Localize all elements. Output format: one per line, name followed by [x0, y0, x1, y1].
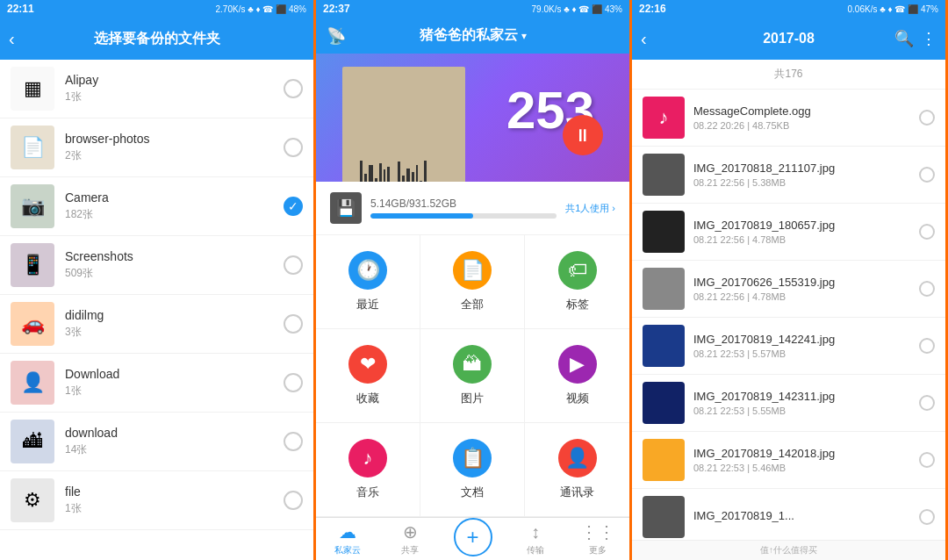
file-item[interactable]: 🚗 didilmg 3张 [0, 295, 313, 354]
file-item[interactable]: 📱 Screenshots 509张 [0, 236, 313, 295]
panel-file-backup: 22:11 2.70K/s ♣ ♦ ☎ ⬛ 48% ‹ 选择要备份的文件夹 ▦ … [0, 0, 316, 560]
browser-item[interactable]: IMG_20170819_142311.jpg 08.21 22:53 | 5.… [632, 375, 945, 432]
browser-file-meta: 08.21 22:56 | 4.78MB [693, 291, 919, 302]
menu-icon-music: ♪ [348, 439, 387, 477]
storage-users[interactable]: 共1人使用 › [565, 202, 615, 215]
browser-file-meta: 08.21 22:53 | 5.55MB [693, 406, 919, 416]
dropdown-icon[interactable]: ▾ [521, 30, 527, 42]
file-checkbox[interactable] [284, 79, 303, 98]
storage-area: 💾 5.14GB/931.52GB 共1人使用 › [316, 182, 629, 235]
status-bar-panel2: 22:37 79.0K/s ♣ ♦ ☎ ⬛ 43% [316, 0, 629, 18]
browser-radio[interactable] [919, 224, 935, 240]
file-count: 1张 [65, 90, 284, 104]
browser-file-name: MessageComplete.ogg [693, 104, 919, 118]
menu-icon-all: 📄 [453, 251, 492, 290]
file-checkbox[interactable] [284, 314, 303, 334]
browser-radio[interactable] [919, 167, 935, 183]
file-thumb: 🏙 [11, 420, 54, 463]
browser-radio[interactable] [919, 452, 935, 468]
file-info: didilmg 3张 [65, 308, 284, 340]
browser-thumb: ♪ [643, 97, 685, 139]
file-checkbox[interactable] [284, 138, 303, 157]
more-icon[interactable]: ⋮ [921, 29, 937, 48]
menu-icon-favorite: ❤ [348, 345, 387, 384]
file-info: Alipay 1张 [65, 73, 284, 104]
browser-item[interactable]: IMG_20170819_142241.jpg 08.21 22:53 | 5.… [632, 318, 945, 375]
search-icon[interactable]: 🔍 [894, 29, 914, 48]
file-checkbox[interactable]: ✓ [284, 197, 303, 216]
file-item[interactable]: 📄 browser-photos 2张 [0, 118, 313, 177]
browser-file-name: IMG_20170626_155319.jpg [693, 276, 919, 289]
back-button-panel1[interactable]: ‹ [9, 29, 15, 49]
menu-item-video[interactable]: ▶ 视频 [525, 329, 629, 423]
file-item[interactable]: ▦ Alipay 1张 [0, 60, 313, 118]
browser-item[interactable]: IMG_20170819_1... [632, 489, 945, 540]
menu-icon-doc: 📋 [453, 439, 492, 477]
browser-radio[interactable] [919, 338, 935, 354]
file-item[interactable]: 🏙 download 14张 [0, 413, 313, 471]
menu-grid: 🕐 最近 📄 全部 🏷 标签 ❤ 收藏 🏔 图片 ▶ 视频 ♪ 音乐 [316, 235, 629, 517]
storage-info: 5.14GB/931.52GB [370, 197, 557, 219]
file-checkbox[interactable] [284, 255, 303, 275]
browser-radio[interactable] [919, 395, 935, 411]
cloud-title: 猪爸爸的私家云 [420, 26, 518, 45]
browser-radio[interactable] [919, 281, 935, 297]
back-button-panel3[interactable]: ‹ [641, 29, 647, 49]
nav-add-icon[interactable]: + [454, 518, 492, 556]
file-item[interactable]: ⚙ file 1张 [0, 471, 313, 530]
browser-radio[interactable] [919, 110, 935, 126]
panel-cloud: 22:37 79.0K/s ♣ ♦ ☎ ⬛ 43% 📡 猪爸爸的私家云 ▾ [316, 0, 632, 560]
browser-file-meta: 08.21 22:56 | 4.78MB [693, 234, 919, 245]
menu-item-all[interactable]: 📄 全部 [420, 235, 525, 329]
menu-item-music[interactable]: ♪ 音乐 [316, 423, 420, 517]
nav-item-more[interactable]: ⋮⋮更多 [567, 518, 629, 560]
file-name: Download [65, 367, 284, 381]
nav-label-share: 共享 [401, 544, 419, 556]
file-name: download [65, 426, 284, 440]
browser-info: IMG_20170819_142311.jpg 08.21 22:53 | 5.… [693, 390, 919, 416]
file-name: Screenshots [65, 249, 284, 263]
browser-file-meta: 08.21 22:53 | 5.46MB [693, 463, 919, 473]
menu-item-doc[interactable]: 📋 文档 [420, 423, 525, 517]
nav-icon-share: ⊕ [403, 521, 418, 542]
file-item[interactable]: 📷 Camera 182张 ✓ [0, 177, 313, 236]
nav-icon-private-cloud: ☁ [339, 521, 356, 542]
storage-text: 5.14GB/931.52GB [370, 197, 557, 210]
browser-thumb [643, 211, 685, 253]
file-info: file 1张 [65, 485, 284, 516]
browser-file-name: IMG_20170819_142311.jpg [693, 390, 919, 403]
file-checkbox[interactable] [284, 432, 303, 451]
browser-radio[interactable] [919, 509, 935, 525]
nav-item-transfer[interactable]: ↕传输 [504, 518, 566, 560]
menu-icon-recent: 🕐 [348, 251, 387, 290]
file-thumb: ▦ [11, 67, 54, 111]
nav-item-share[interactable]: ⊕共享 [378, 518, 441, 560]
browser-item[interactable]: IMG_20170818_211107.jpg 08.21 22:56 | 5.… [632, 147, 945, 204]
nav-item-add[interactable]: + [442, 518, 504, 560]
file-name: Camera [65, 190, 284, 205]
browser-item[interactable]: IMG_20170819_180657.jpg 08.21 22:56 | 4.… [632, 204, 945, 261]
time-panel2: 22:37 [323, 3, 350, 15]
browser-info: IMG_20170819_142241.jpg 08.21 22:53 | 5.… [693, 333, 919, 359]
menu-item-image[interactable]: 🏔 图片 [420, 329, 525, 423]
file-checkbox[interactable] [284, 491, 303, 510]
file-info: browser-photos 2张 [65, 132, 284, 163]
menu-item-recent[interactable]: 🕐 最近 [316, 235, 420, 329]
browser-item[interactable]: IMG_20170626_155319.jpg 08.21 22:56 | 4.… [632, 261, 945, 318]
pause-button[interactable]: ⏸ [563, 115, 603, 155]
header-panel1: ‹ 选择要备份的文件夹 [0, 18, 313, 60]
wifi-icon: 📡 [327, 26, 346, 46]
browser-item[interactable]: IMG_20170819_142018.jpg 08.21 22:53 | 5.… [632, 432, 945, 489]
upload-area: 253 ⏸ [316, 54, 629, 182]
menu-item-contacts[interactable]: 👤 通讯录 [525, 423, 629, 517]
browser-info: MessageComplete.ogg 08.22 20:26 | 48.75K… [693, 104, 919, 131]
nav-item-private-cloud[interactable]: ☁私家云 [316, 518, 378, 560]
file-item[interactable]: 👤 Download 1张 [0, 354, 313, 413]
browser-item[interactable]: ♪ MessageComplete.ogg 08.22 20:26 | 48.7… [632, 90, 945, 147]
file-thumb: ⚙ [11, 478, 54, 522]
menu-item-favorite[interactable]: ❤ 收藏 [316, 329, 420, 423]
status-bar-panel1: 22:11 2.70K/s ♣ ♦ ☎ ⬛ 48% [0, 0, 313, 18]
file-thumb: 📄 [11, 126, 54, 169]
file-checkbox[interactable] [284, 373, 303, 392]
menu-item-tag[interactable]: 🏷 标签 [525, 235, 629, 329]
